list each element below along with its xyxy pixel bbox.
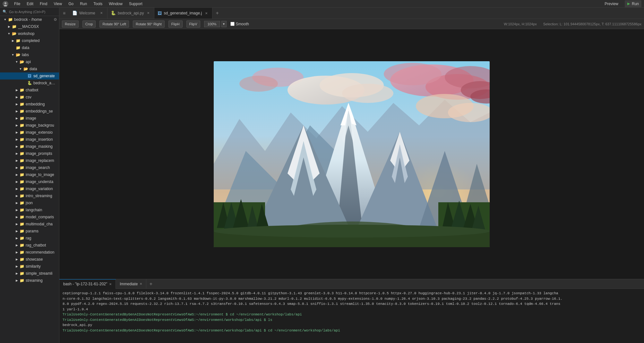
flipv-button[interactable]: FlipV xyxy=(186,21,200,28)
sidebar-item-image-variation[interactable]: ▶ 📁 image_variation xyxy=(0,185,59,192)
sidebar-item-sd-generated[interactable]: ▶ 🖼 sd_generate xyxy=(0,72,59,79)
sidebar-item-api-data[interactable]: ▼ 📂 data xyxy=(0,65,59,72)
sidebar-item-similarity[interactable]: ▶ 📁 similarity xyxy=(0,263,59,270)
tab-close-sd-generated[interactable]: ✕ xyxy=(204,11,209,16)
terminal-close-immediate[interactable]: ✕ xyxy=(140,282,142,286)
folder-icon: 📁 xyxy=(19,179,24,184)
sidebar-item-model-comparis[interactable]: ▶ 📁 model_comparis xyxy=(0,213,59,221)
sidebar-item-json[interactable]: ▶ 📁 json xyxy=(0,199,59,206)
tab-menu-icon[interactable]: ≡ xyxy=(59,8,69,19)
sidebar-item-rag[interactable]: ▶ 📁 rag xyxy=(0,235,59,242)
sidebar-item-image[interactable]: ▶ 📁 image xyxy=(0,115,59,122)
folder-icon: 📁 xyxy=(15,45,21,50)
svg-point-24 xyxy=(239,76,278,92)
terminal-line-6: TrialUseOnly-ContentGeneratedByGenAIDoes… xyxy=(63,317,641,323)
folder-icon: 📁 xyxy=(19,271,24,276)
chevron-right-icon: ▶ xyxy=(14,102,19,107)
image-toolbar: Resize Crop Rotate 90° Left Rotate 90° R… xyxy=(59,19,644,29)
menubar: File Edit Find View Go Run Tools Window … xyxy=(0,0,644,8)
sidebar-item-workshop[interactable]: ▼ 📂 workshop xyxy=(0,30,59,37)
add-terminal-button[interactable]: + xyxy=(146,279,155,289)
sidebar-item-langchain[interactable]: ▶ 📁 langchain xyxy=(0,206,59,213)
chevron-right-icon: ▶ xyxy=(14,193,19,198)
fliph-button[interactable]: FlipH xyxy=(168,21,183,28)
menu-edit[interactable]: Edit xyxy=(24,0,36,8)
terminal-close-bash[interactable]: ✕ xyxy=(109,282,112,286)
menu-support[interactable]: Support xyxy=(126,0,145,8)
tab-close-welcome[interactable]: ✕ xyxy=(99,11,104,16)
sidebar-item-embeddings-se[interactable]: ▶ 📁 embeddings_se xyxy=(0,108,59,115)
sidebar-item-image-to-image[interactable]: ▶ 📁 image_to_image xyxy=(0,171,59,178)
sidebar-item-params[interactable]: ▶ 📁 params xyxy=(0,228,59,235)
sidebar-item-csv[interactable]: ▶ 📁 csv xyxy=(0,94,59,101)
sidebar-item-image-understa[interactable]: ▶ 📁 image_understa xyxy=(0,178,59,185)
sidebar-item-image-search[interactable]: ▶ 📁 image_search xyxy=(0,164,59,171)
sidebar-item-showcase[interactable]: ▶ 📁 showcase xyxy=(0,256,59,263)
python-icon: 🐍 xyxy=(111,11,116,15)
rotate-right-button[interactable]: Rotate 90° Right xyxy=(133,21,165,28)
sidebar-item-embedding[interactable]: ▶ 📁 embedding xyxy=(0,101,59,108)
folder-icon: 📁 xyxy=(19,193,24,198)
menu-window[interactable]: Window xyxy=(106,0,125,8)
sidebar-item-image-extensio[interactable]: ▶ 📁 image_extensio xyxy=(0,129,59,136)
chevron-right-icon: ▶ xyxy=(14,116,19,121)
sidebar-item-image-replacem[interactable]: ▶ 📁 image_replacem xyxy=(0,157,59,164)
sidebar-item-simple-streamli[interactable]: ▶ 📁 simple_streamli xyxy=(0,270,59,277)
sidebar-item-recommendation[interactable]: ▶ 📁 recommendation xyxy=(0,249,59,256)
rotate-left-button[interactable]: Rotate 90° Left xyxy=(99,21,129,28)
terminal-line-7: bedrock_api.py xyxy=(63,322,641,328)
menu-tools[interactable]: Tools xyxy=(91,0,105,8)
menu-go[interactable]: Go xyxy=(66,0,76,8)
sidebar-item-intro-streaming[interactable]: ▶ 📁 intro_streaming xyxy=(0,192,59,199)
sidebar-item-image-prompts[interactable]: ▶ 📁 image_prompts xyxy=(0,150,59,157)
sidebar-item-multimodal-cha[interactable]: ▶ 📁 multimodal_cha xyxy=(0,221,59,228)
tab-bar: ≡ 📄 Welcome ✕ 🐍 bedrock_api.py ✕ 🖼 sd_ge… xyxy=(59,8,644,19)
resize-button[interactable]: Resize xyxy=(62,21,79,28)
folder-icon: 📁 xyxy=(12,24,17,29)
crop-button[interactable]: Crop xyxy=(82,21,96,28)
sidebar-item-labs[interactable]: ▼ 📂 labs xyxy=(0,51,59,58)
sidebar-item-image-insertion[interactable]: ▶ 📁 image_insertion xyxy=(0,136,59,143)
tab-welcome[interactable]: 📄 Welcome ✕ xyxy=(69,8,107,19)
sidebar-item-streaming[interactable]: ▶ 📁 streaming xyxy=(0,277,59,284)
folder-icon: 📁 xyxy=(19,278,24,283)
menu-view[interactable]: View xyxy=(51,0,64,8)
gear-icon[interactable]: ⚙ xyxy=(54,17,57,22)
folder-icon: 📁 xyxy=(19,229,24,234)
zoom-input[interactable] xyxy=(204,21,220,27)
folder-icon: 📁 xyxy=(19,222,24,227)
folder-icon: 📁 xyxy=(19,243,24,248)
sidebar-item-image-masking[interactable]: ▶ 📁 image_masking xyxy=(0,143,59,150)
menu-run[interactable]: Run xyxy=(77,0,90,8)
terminal-content[interactable]: ceptiongroup-1.2.1 faiss-cpu-1.8.0 filel… xyxy=(59,289,644,343)
tab-bedrock-api[interactable]: 🐍 bedrock_api.py ✕ xyxy=(107,8,154,19)
tab-close-bedrock[interactable]: ✕ xyxy=(146,11,151,16)
sidebar-root[interactable]: ▼ 📁 bedrock - /home ⚙ xyxy=(0,16,59,23)
add-tab-button[interactable]: + xyxy=(212,8,222,19)
menu-find[interactable]: Find xyxy=(37,0,50,8)
python-file-icon: 🐍 xyxy=(27,80,32,86)
sidebar-item-image-backgrou[interactable]: ▶ 📁 image_backgrou xyxy=(0,122,59,129)
run-button[interactable]: ▶ Run xyxy=(625,0,641,7)
folder-icon: 📁 xyxy=(19,88,24,93)
editor-terminal-split: bash - "ip-172-31-61-202" ✕ Immediate ✕ … xyxy=(59,29,644,343)
sidebar-item-rag-chatbot[interactable]: ▶ 📁 rag_chatbot xyxy=(0,242,59,249)
sidebar-item-macosx[interactable]: ▶ 📁 __MACOSX xyxy=(0,23,59,30)
sidebar-item-data[interactable]: ▶ 📁 data xyxy=(0,44,59,51)
smooth-toggle[interactable] xyxy=(230,22,235,26)
terminal-tab-bash[interactable]: bash - "ip-172-31-61-202" ✕ xyxy=(59,279,116,289)
menu-file[interactable]: File xyxy=(12,0,23,8)
terminal-tab-immediate[interactable]: Immediate ✕ xyxy=(116,279,146,289)
preview-button[interactable]: Preview xyxy=(602,0,621,8)
go-to-anything[interactable]: 🔍 Go to Anything (Ctrl+P) xyxy=(0,8,59,16)
zoom-dropdown[interactable]: ▼ xyxy=(221,21,227,27)
sidebar-item-bedrock-api[interactable]: ▶ 🐍 bedrock_api.p xyxy=(0,79,59,87)
sidebar-item-api[interactable]: ▼ 📂 api xyxy=(0,58,59,65)
folder-open-icon: 📂 xyxy=(19,59,24,64)
chevron-right-icon: ▶ xyxy=(6,24,12,29)
sidebar-item-completed[interactable]: ▶ 📁 completed xyxy=(0,37,59,44)
sidebar-item-chatbot[interactable]: ▶ 📁 chatbot xyxy=(0,87,59,94)
smooth-checkbox[interactable]: Smooth xyxy=(230,22,249,26)
folder-icon: 📁 xyxy=(19,137,24,142)
tab-sd-generated[interactable]: 🖼 sd_generated_image.j ✕ xyxy=(154,8,212,19)
